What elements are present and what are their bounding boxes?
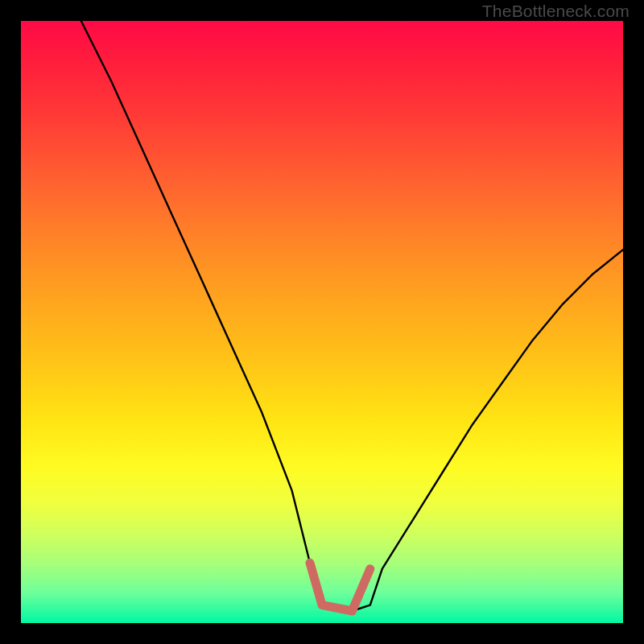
curve-layer <box>21 21 623 623</box>
plot-area <box>21 21 623 623</box>
chart-frame: TheBottleneck.com <box>0 0 644 644</box>
watermark-label: TheBottleneck.com <box>482 2 630 21</box>
flat-bottom-marker <box>310 563 370 611</box>
bottleneck-curve <box>81 21 623 611</box>
